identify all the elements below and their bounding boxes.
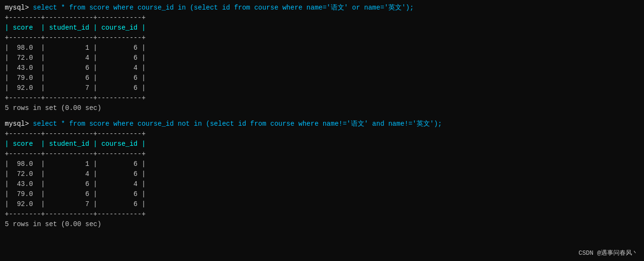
query1-row3: | 43.0 | 6 | 4 | (5, 63, 639, 73)
query2-row3: | 43.0 | 6 | 4 | (5, 179, 639, 189)
query1-command: mysql> select * from score where course_… (5, 3, 639, 13)
query2-result-info: 5 rows in set (0.00 sec) (5, 219, 639, 229)
query2-header: | score | student_id | course_id | (5, 139, 639, 149)
query2-row5: | 92.0 | 7 | 6 | (5, 199, 639, 209)
query1-sql: select * from score where course_id in (… (33, 4, 414, 11)
query1-result-info: 5 rows in set (0.00 sec) (5, 103, 639, 113)
query1-block: mysql> select * from score where course_… (5, 3, 639, 113)
query2-command: mysql> select * from score where course_… (5, 119, 639, 129)
query2-row4: | 79.0 | 6 | 6 | (5, 189, 639, 199)
query1-row2: | 72.0 | 4 | 6 | (5, 53, 639, 63)
query2-sql: select * from score where course_id not … (33, 120, 442, 128)
query1-border-bot: +--------+------------+-----------+ (5, 93, 639, 103)
prompt1: mysql> (5, 4, 33, 11)
spacer (5, 114, 639, 119)
query1-row1: | 98.0 | 1 | 6 | (5, 43, 639, 53)
query2-border-bot: +--------+------------+-----------+ (5, 209, 639, 219)
query2-row2: | 72.0 | 4 | 6 | (5, 169, 639, 179)
watermark: CSDN @遇事问春风丶 (578, 249, 638, 257)
query1-border-mid: +--------+------------+-----------+ (5, 33, 639, 43)
query2-border-top: +--------+------------+-----------+ (5, 129, 639, 139)
query2-row1: | 98.0 | 1 | 6 | (5, 159, 639, 169)
prompt2: mysql> (5, 120, 33, 128)
query1-border-top: +--------+------------+-----------+ (5, 13, 639, 23)
query1-header: | score | student_id | course_id | (5, 23, 639, 33)
query1-row4: | 79.0 | 6 | 6 | (5, 73, 639, 83)
query1-row5: | 92.0 | 7 | 6 | (5, 83, 639, 93)
query2-border-mid: +--------+------------+-----------+ (5, 149, 639, 159)
query2-block: mysql> select * from score where course_… (5, 119, 639, 229)
